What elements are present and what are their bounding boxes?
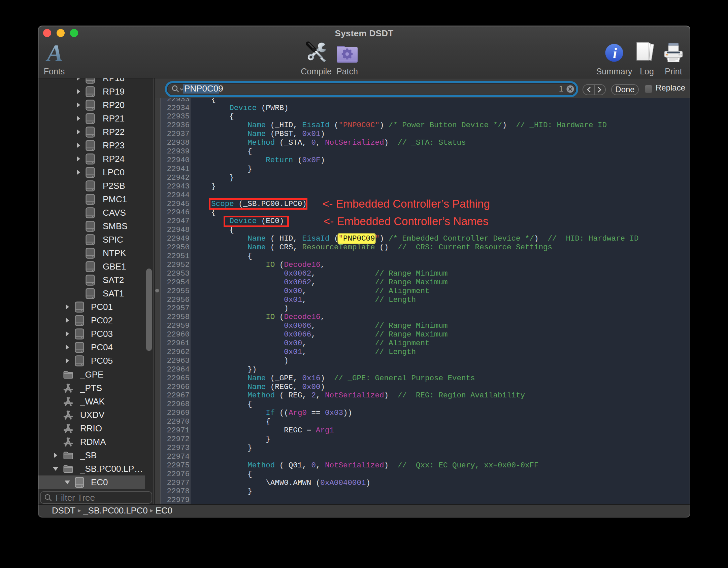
svg-text:i: i	[613, 45, 617, 62]
